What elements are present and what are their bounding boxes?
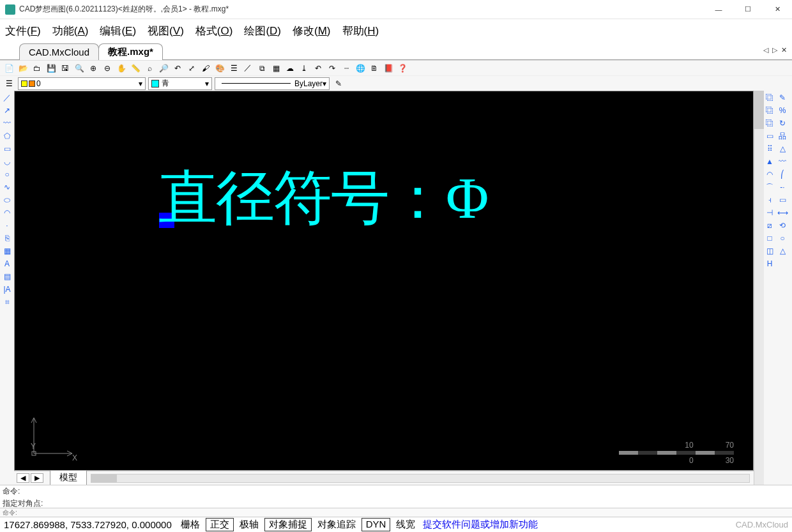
- redo-icon[interactable]: ↷: [326, 62, 339, 75]
- block-icon[interactable]: ▦: [270, 62, 282, 75]
- menu-绘图D[interactable]: 绘图(D): [244, 24, 281, 38]
- triangle-icon[interactable]: ▲: [764, 156, 775, 167]
- brush-icon[interactable]: ✎: [332, 77, 345, 90]
- doc-tab[interactable]: 教程.mxg*: [98, 43, 163, 60]
- line-icon[interactable]: ／: [241, 62, 254, 75]
- trim-icon[interactable]: ⫞: [764, 194, 775, 206]
- linetype-combo[interactable]: ByLayer ▾: [215, 77, 330, 90]
- block-icon[interactable]: □: [764, 232, 775, 244]
- group-icon[interactable]: 品: [777, 130, 788, 142]
- matrix-icon[interactable]: ⠿: [764, 143, 775, 155]
- text-icon[interactable]: A: [1, 258, 13, 270]
- menu-格式O[interactable]: 格式(O): [195, 24, 233, 38]
- xline-icon[interactable]: ↗: [1, 105, 13, 116]
- arc-icon[interactable]: ◠: [764, 169, 775, 180]
- undo-icon[interactable]: ↶: [312, 62, 324, 75]
- vscrollbar[interactable]: [754, 91, 764, 485]
- doc-icon[interactable]: 🗎: [368, 62, 381, 75]
- hscrollbar[interactable]: [91, 474, 750, 483]
- redo-icon[interactable]: ↻: [777, 118, 788, 129]
- tab-prev-icon[interactable]: ◁: [762, 46, 770, 54]
- copy4-icon[interactable]: ⿻: [764, 118, 775, 129]
- cloud-icon[interactable]: ☁: [284, 62, 296, 75]
- cmd-input[interactable]: 命令:: [0, 508, 792, 517]
- point-icon[interactable]: ·: [1, 220, 13, 231]
- line-icon[interactable]: ／: [1, 92, 13, 103]
- circle2-icon[interactable]: ○: [777, 232, 788, 244]
- hatch-icon[interactable]: ▦: [1, 245, 13, 257]
- wave-icon[interactable]: 〰: [777, 156, 788, 167]
- pan-icon[interactable]: ✋: [115, 62, 128, 75]
- rect-icon[interactable]: ▭: [1, 143, 13, 155]
- dim-icon[interactable]: H: [764, 258, 775, 270]
- menu-视图V[interactable]: 视图(V): [148, 24, 184, 38]
- feedback-link[interactable]: 提交软件问题或增加新功能: [420, 519, 540, 531]
- model-tab[interactable]: 模型: [50, 471, 87, 485]
- drawing-canvas[interactable]: 直径符号：Φ Y X 1070 030: [14, 91, 754, 471]
- layer-combo[interactable]: 0 ▾: [18, 77, 146, 90]
- color-icon[interactable]: 🎨: [213, 62, 226, 75]
- stretch-icon[interactable]: ⟷: [777, 207, 788, 218]
- folder-icon[interactable]: 🗀: [31, 62, 43, 75]
- zoomin-icon[interactable]: ⊕: [87, 62, 100, 75]
- mirror-icon[interactable]: △: [777, 143, 788, 155]
- tab-nav-next-icon[interactable]: ▶: [31, 473, 43, 483]
- canvas-text[interactable]: 直径符号：Φ: [158, 158, 487, 238]
- polygon-icon[interactable]: ⬠: [1, 130, 13, 142]
- comp-icon[interactable]: ◫: [764, 245, 775, 257]
- pdf-icon[interactable]: 📕: [382, 62, 395, 75]
- fillet-icon[interactable]: ⎛: [777, 169, 788, 180]
- status-DYN[interactable]: DYN: [362, 518, 391, 531]
- ellipse-icon[interactable]: ⬭: [1, 194, 13, 206]
- ext1-icon[interactable]: -·: [777, 181, 788, 193]
- menu-功能A[interactable]: 功能(A): [52, 24, 89, 38]
- minimize-button[interactable]: —: [704, 0, 733, 19]
- copy3-icon[interactable]: ⿻: [764, 105, 775, 116]
- status-栅格[interactable]: 栅格: [176, 518, 204, 531]
- close-button[interactable]: ✕: [763, 0, 792, 19]
- menu-编辑E[interactable]: 编辑(E): [100, 24, 136, 38]
- menu-文件F[interactable]: 文件(F): [5, 24, 41, 38]
- export-icon[interactable]: ⤓: [298, 62, 310, 75]
- arcfit-icon[interactable]: ⌒: [764, 181, 775, 193]
- layers-icon[interactable]: ☰: [227, 62, 240, 75]
- ruler-icon[interactable]: 📏: [129, 62, 142, 75]
- color-combo[interactable]: 青 ▾: [148, 77, 212, 90]
- copy2-icon[interactable]: ⿻: [764, 92, 775, 103]
- break-icon[interactable]: ▭: [777, 194, 788, 206]
- saveas-icon[interactable]: 🖫: [59, 62, 72, 75]
- prev-icon[interactable]: ↶: [171, 62, 184, 75]
- help-icon[interactable]: ❓: [396, 62, 409, 75]
- rot-icon[interactable]: ⟲: [777, 220, 788, 231]
- status-正交[interactable]: 正交: [206, 518, 234, 531]
- zoomext-icon[interactable]: ⤢: [185, 62, 198, 75]
- status-极轴[interactable]: 极轴: [235, 518, 263, 531]
- zoom-icon[interactable]: 🔍: [73, 62, 86, 75]
- circle-icon[interactable]: ○: [1, 169, 13, 180]
- status-线宽[interactable]: 线宽: [392, 518, 420, 531]
- spline-icon[interactable]: ∿: [1, 181, 13, 193]
- tab-nav-prev-icon[interactable]: ◀: [17, 473, 29, 483]
- arc-icon[interactable]: ◡: [1, 156, 13, 167]
- tab-next-icon[interactable]: ▷: [771, 46, 779, 54]
- doc-tab[interactable]: CAD.MxCloud: [19, 43, 99, 60]
- menu-修改M[interactable]: 修改(M): [293, 24, 331, 38]
- find-icon[interactable]: 🔎: [157, 62, 170, 75]
- menu-帮助H[interactable]: 帮助(H): [342, 24, 379, 38]
- globe-icon[interactable]: 🌐: [354, 62, 367, 75]
- chamfer-icon[interactable]: ⧄: [764, 220, 775, 231]
- insert-icon[interactable]: ⎘: [1, 232, 13, 244]
- region-icon[interactable]: ⌗: [1, 296, 13, 308]
- brush-icon[interactable]: 🖌: [199, 62, 212, 75]
- status-对象追踪[interactable]: 对象追踪: [313, 518, 360, 531]
- zoomall-icon[interactable]: ⊖: [101, 62, 114, 75]
- save-icon[interactable]: 💾: [45, 62, 57, 75]
- scale-icon[interactable]: ⊣: [764, 207, 775, 218]
- open-icon[interactable]: 📂: [17, 62, 29, 75]
- new-icon[interactable]: 📄: [3, 62, 15, 75]
- maximize-button[interactable]: ☐: [733, 0, 763, 19]
- status-对象捕捉[interactable]: 对象捕捉: [264, 518, 312, 531]
- pline-icon[interactable]: 〰: [1, 118, 13, 129]
- mtext-icon[interactable]: |A: [1, 284, 13, 295]
- layers-icon[interactable]: ☰: [3, 77, 15, 90]
